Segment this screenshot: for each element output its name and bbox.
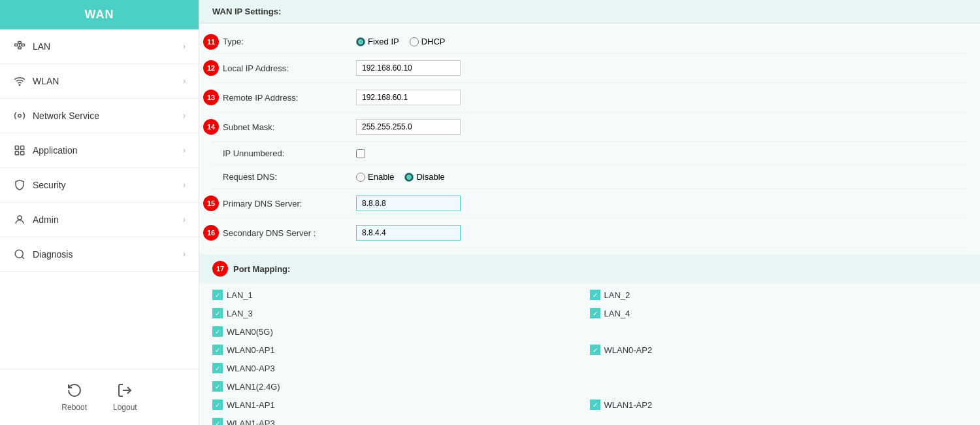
ip-unnumbered-label: IP Unnumbered: <box>212 148 356 158</box>
sidebar-item-security-label: Security <box>33 180 66 190</box>
sidebar-item-application-label: Application <box>33 145 78 156</box>
svg-rect-12 <box>21 152 24 155</box>
svg-line-15 <box>22 256 24 258</box>
sidebar-item-diagnosis[interactable]: Diagnosis › <box>0 237 199 272</box>
fixed-ip-label: Fixed IP <box>368 37 399 46</box>
wlan1-ap3-label: WLAN1-AP3 <box>227 418 275 426</box>
primary-dns-controls <box>356 196 967 211</box>
wlan1-ap2-item[interactable]: ✓ WLAN1-AP2 <box>590 396 968 414</box>
sidebar-item-wlan[interactable]: WLAN › <box>0 64 199 99</box>
remote-ip-input[interactable] <box>356 90 461 105</box>
wlan1-2g-label: WLAN1(2.4G) <box>227 382 280 392</box>
wlan0-ap2-item[interactable]: ✓ WLAN0-AP2 <box>590 341 968 359</box>
svg-rect-9 <box>15 146 18 149</box>
lan2-checkbox[interactable]: ✓ <box>590 290 600 300</box>
sidebar-item-admin[interactable]: Admin › <box>0 203 199 237</box>
subnet-mask-input[interactable] <box>356 119 461 135</box>
sidebar-item-admin-label: Admin <box>33 214 59 225</box>
lan3-label: LAN_3 <box>227 309 253 318</box>
dns-disable-label: Disable <box>416 172 444 182</box>
dns-enable-radio[interactable]: Enable <box>356 172 394 182</box>
port-mapping-row-4: ✓ WLAN0-AP1 ✓ WLAN0-AP2 <box>212 341 967 359</box>
dhcp-label: DHCP <box>421 37 446 46</box>
wlan1-2g-checkbox[interactable]: ✓ <box>212 381 223 392</box>
primary-dns-input[interactable] <box>356 196 461 211</box>
sidebar-item-lan[interactable]: LAN › <box>0 29 199 64</box>
svg-rect-3 <box>22 44 25 46</box>
svg-rect-11 <box>15 152 18 155</box>
request-dns-label: Request DNS: <box>212 172 356 182</box>
sidebar-item-security[interactable]: Security › <box>0 168 199 203</box>
chevron-right-icon: › <box>183 42 186 51</box>
chevron-right-icon: › <box>183 180 186 190</box>
fixed-ip-radio[interactable]: Fixed IP <box>356 37 399 46</box>
wlan0-ap1-item[interactable]: ✓ WLAN0-AP1 <box>212 341 590 359</box>
lan4-checkbox[interactable]: ✓ <box>590 308 600 318</box>
wan-ip-settings-header: WAN IP Settings: <box>199 0 980 24</box>
sidebar-item-lan-label: LAN <box>33 41 50 52</box>
step-17-badge: 17 <box>212 261 228 277</box>
remote-ip-row: 13 Remote IP Address: <box>212 83 967 112</box>
port-mapping-row-5: ✓ WLAN0-AP3 <box>212 359 967 377</box>
app-icon <box>13 144 26 157</box>
lan3-checkbox[interactable]: ✓ <box>212 308 223 318</box>
port-mapping-title: Port Mapping: <box>233 264 290 274</box>
wlan1-2g-item[interactable]: ✓ WLAN1(2.4G) <box>212 377 590 396</box>
reboot-button[interactable]: Reboot <box>61 382 87 412</box>
primary-dns-row: 15 Primary DNS Server: <box>212 189 967 218</box>
wlan0-ap2-label: WLAN0-AP2 <box>604 345 653 355</box>
subnet-mask-controls <box>356 119 967 135</box>
sidebar-title: WAN <box>0 0 199 29</box>
wlan0-5g-item[interactable]: ✓ WLAN0(5G) <box>212 322 590 341</box>
step-11-badge: 11 <box>203 34 219 50</box>
wlan0-ap1-label: WLAN0-AP1 <box>227 345 275 355</box>
chevron-right-icon: › <box>183 111 186 120</box>
subnet-mask-row: 14 Subnet Mask: <box>212 112 967 142</box>
sidebar-item-application[interactable]: Application › <box>0 133 199 168</box>
lan4-item[interactable]: ✓ LAN_4 <box>590 304 968 322</box>
dhcp-radio[interactable]: DHCP <box>410 37 446 46</box>
chevron-right-icon: › <box>183 215 186 224</box>
network-icon <box>13 40 26 53</box>
wlan0-ap2-checkbox[interactable]: ✓ <box>590 345 600 355</box>
reboot-label: Reboot <box>61 403 87 412</box>
chevron-right-icon: › <box>183 76 186 86</box>
chevron-right-icon: › <box>183 146 186 155</box>
lan1-item[interactable]: ✓ LAN_1 <box>212 286 590 304</box>
type-row: 11 Type: Fixed IP DHCP <box>212 30 967 54</box>
wlan0-ap3-item[interactable]: ✓ WLAN0-AP3 <box>212 359 590 377</box>
step-13-badge: 13 <box>203 90 219 105</box>
wlan1-ap3-checkbox[interactable]: ✓ <box>212 418 223 425</box>
sidebar-item-diagnosis-label: Diagnosis <box>33 249 73 260</box>
local-ip-controls <box>356 60 967 76</box>
subnet-mask-label: Subnet Mask: <box>212 122 356 132</box>
primary-dns-label: Primary DNS Server: <box>212 199 356 209</box>
wlan1-ap1-checkbox[interactable]: ✓ <box>212 400 223 410</box>
wlan0-ap1-checkbox[interactable]: ✓ <box>212 345 223 355</box>
port-mapping-header: 17 Port Mapping: <box>199 254 980 283</box>
diagnosis-icon <box>13 248 26 261</box>
lan2-label: LAN_2 <box>604 290 630 300</box>
wlan1-ap3-item[interactable]: ✓ WLAN1-AP3 <box>212 414 590 425</box>
local-ip-label: Local IP Address: <box>212 63 356 73</box>
ip-unnumbered-controls <box>356 149 967 158</box>
wlan1-ap1-item[interactable]: ✓ WLAN1-AP1 <box>212 396 590 414</box>
port-mapping-row-2: ✓ LAN_3 ✓ LAN_4 <box>212 304 967 322</box>
local-ip-input[interactable] <box>356 60 461 76</box>
wlan0-5g-checkbox[interactable]: ✓ <box>212 326 223 337</box>
secondary-dns-label: Secondary DNS Server : <box>212 228 356 238</box>
sidebar-actions: Reboot Logout <box>0 369 199 425</box>
dns-disable-radio[interactable]: Disable <box>404 172 444 182</box>
lan4-label: LAN_4 <box>604 309 630 318</box>
lan3-item[interactable]: ✓ LAN_3 <box>212 304 590 322</box>
logout-button[interactable]: Logout <box>113 382 137 412</box>
lan1-checkbox[interactable]: ✓ <box>212 290 223 300</box>
wlan1-ap2-checkbox[interactable]: ✓ <box>590 400 600 410</box>
lan2-item[interactable]: ✓ LAN_2 <box>590 286 968 304</box>
sidebar-item-network-service-label: Network Service <box>33 110 99 121</box>
ip-unnumbered-checkbox[interactable] <box>356 149 365 158</box>
port-mapping-row-6: ✓ WLAN1(2.4G) <box>212 377 967 396</box>
wlan0-ap3-checkbox[interactable]: ✓ <box>212 363 223 373</box>
secondary-dns-input[interactable] <box>356 225 461 241</box>
sidebar-item-network-service[interactable]: Network Service › <box>0 99 199 133</box>
